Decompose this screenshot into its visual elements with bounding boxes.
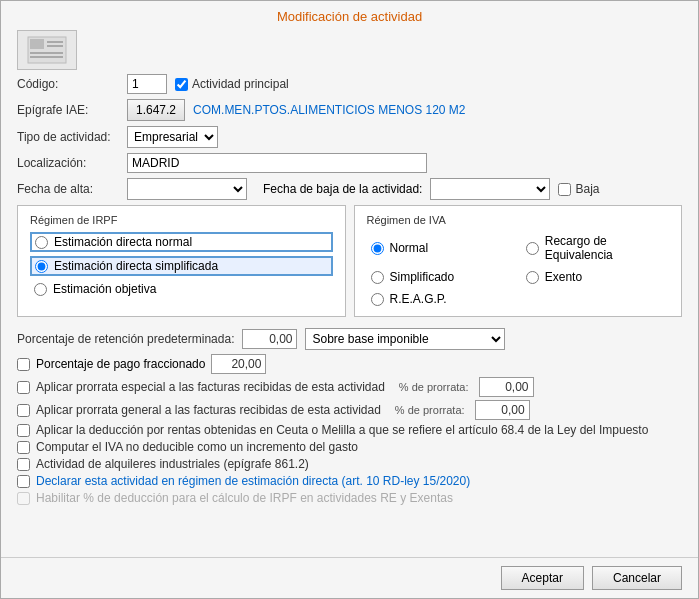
irpf-section: Régimen de IRPF Estimación directa norma… — [17, 205, 346, 317]
tipo-select[interactable]: Empresarial Profesional Agrícola — [127, 126, 218, 148]
alquileres-checkbox[interactable] — [17, 458, 30, 471]
baja-checkbox-label[interactable]: Baja — [558, 182, 599, 196]
iva-title: Régimen de IVA — [367, 214, 670, 226]
declarar-actividad-row: Declarar esta actividad en régimen de es… — [17, 474, 682, 488]
iva-no-deducible-row: Computar el IVA no deducible como un inc… — [17, 440, 682, 454]
irpf-option-1[interactable]: Estimación directa normal — [30, 232, 333, 252]
regimen-sections: Régimen de IRPF Estimación directa norma… — [17, 205, 682, 323]
irpf-title: Régimen de IRPF — [30, 214, 333, 226]
localizacion-label: Localización: — [17, 156, 127, 170]
svg-rect-1 — [30, 39, 44, 49]
irpf-option-2[interactable]: Estimación directa simplificada — [30, 256, 333, 276]
iva-no-deducible-checkbox[interactable] — [17, 441, 30, 454]
epigraf-desc: COM.MEN.PTOS.ALIMENTICIOS MENOS 120 M2 — [193, 103, 466, 117]
footer: Aceptar Cancelar — [1, 557, 698, 598]
irpf-radio-2[interactable] — [35, 260, 48, 273]
codigo-row: Código: Actividad principal — [17, 74, 682, 94]
irpf-radio-1[interactable] — [35, 236, 48, 249]
prorrata-general-row: Aplicar prorrata general a las facturas … — [17, 400, 682, 420]
habilitar-pct-checkbox — [17, 492, 30, 505]
iva-radio-simplificado[interactable] — [371, 271, 384, 284]
ceuta-melilla-row: Aplicar la deducción por rentas obtenida… — [17, 423, 682, 437]
prorrata-general-input[interactable] — [475, 400, 530, 420]
aceptar-button[interactable]: Aceptar — [501, 566, 584, 590]
irpf-radio-3[interactable] — [34, 283, 47, 296]
prorrata-especial-row: Aplicar prorrata especial a las facturas… — [17, 377, 682, 397]
fecha-alta-row: Fecha de alta: Fecha de baja de la activ… — [17, 178, 682, 200]
iva-simplificado[interactable]: Simplificado — [367, 268, 514, 286]
pago-label: Porcentaje de pago fraccionado — [36, 357, 205, 371]
iva-recargo[interactable]: Recargo de Equivalencia — [522, 232, 669, 264]
ceuta-checkbox[interactable] — [17, 424, 30, 437]
fecha-alta-label: Fecha de alta: — [17, 182, 127, 196]
form-content: Código: Actividad principal Epígrafe IAE… — [1, 70, 698, 557]
iva-section: Régimen de IVA Normal Recargo de Equival… — [354, 205, 683, 317]
dialog-title: Modificación de actividad — [1, 1, 698, 28]
fecha-alta-select[interactable] — [127, 178, 247, 200]
codigo-label: Código: — [17, 77, 127, 91]
prorrata-especial-checkbox[interactable] — [17, 381, 30, 394]
prorrata-general-checkbox[interactable] — [17, 404, 30, 417]
retencion-label: Porcentaje de retención predeterminada: — [17, 332, 234, 346]
iva-reagp[interactable]: R.E.A.G.P. — [367, 290, 514, 308]
epigraf-row: Epígrafe IAE: 1.647.2 COM.MEN.PTOS.ALIME… — [17, 99, 682, 121]
irpf-option-3[interactable]: Estimación objetiva — [30, 280, 333, 298]
codigo-input[interactable] — [127, 74, 167, 94]
localizacion-input[interactable] — [127, 153, 427, 173]
iva-radio-reagp[interactable] — [371, 293, 384, 306]
baja-checkbox[interactable] — [558, 183, 571, 196]
bottom-section: Porcentaje de retención predeterminada: … — [17, 328, 682, 505]
iva-exento[interactable]: Exento — [522, 268, 669, 286]
actividad-principal-checkbox[interactable] — [175, 78, 188, 91]
fecha-baja-select[interactable] — [430, 178, 550, 200]
irpf-radio-group: Estimación directa normal Estimación dir… — [30, 232, 333, 298]
sobre-select[interactable]: Sobre base imponible Sobre importe ínteg… — [305, 328, 505, 350]
alquileres-row: Actividad de alquileres industriales (ep… — [17, 457, 682, 471]
header-icon — [17, 30, 77, 70]
dialog: Modificación de actividad Código: Activi… — [0, 0, 699, 599]
pago-input[interactable] — [211, 354, 266, 374]
iva-radio-normal[interactable] — [371, 242, 384, 255]
epigraf-button[interactable]: 1.647.2 — [127, 99, 185, 121]
actividad-principal-checkbox-label[interactable]: Actividad principal — [175, 77, 289, 91]
iva-grid: Normal Recargo de Equivalencia Simplific… — [367, 232, 670, 308]
iva-radio-exento[interactable] — [526, 271, 539, 284]
habilitar-pct-row: Habilitar % de deducción para el cálculo… — [17, 491, 682, 505]
iva-radio-recargo[interactable] — [526, 242, 539, 255]
fecha-baja-label: Fecha de baja de la actividad: — [263, 182, 422, 196]
declarar-actividad-checkbox[interactable] — [17, 475, 30, 488]
epigraf-label: Epígrafe IAE: — [17, 103, 127, 117]
retencion-input[interactable] — [242, 329, 297, 349]
pago-row: Porcentaje de pago fraccionado — [17, 354, 682, 374]
prorrata-especial-input[interactable] — [479, 377, 534, 397]
tipo-actividad-row: Tipo de actividad: Empresarial Profesion… — [17, 126, 682, 148]
retencion-row: Porcentaje de retención predeterminada: … — [17, 328, 682, 350]
iva-normal[interactable]: Normal — [367, 232, 514, 264]
pago-checkbox[interactable] — [17, 358, 30, 371]
cancelar-button[interactable]: Cancelar — [592, 566, 682, 590]
localizacion-row: Localización: — [17, 153, 682, 173]
tipo-label: Tipo de actividad: — [17, 130, 127, 144]
